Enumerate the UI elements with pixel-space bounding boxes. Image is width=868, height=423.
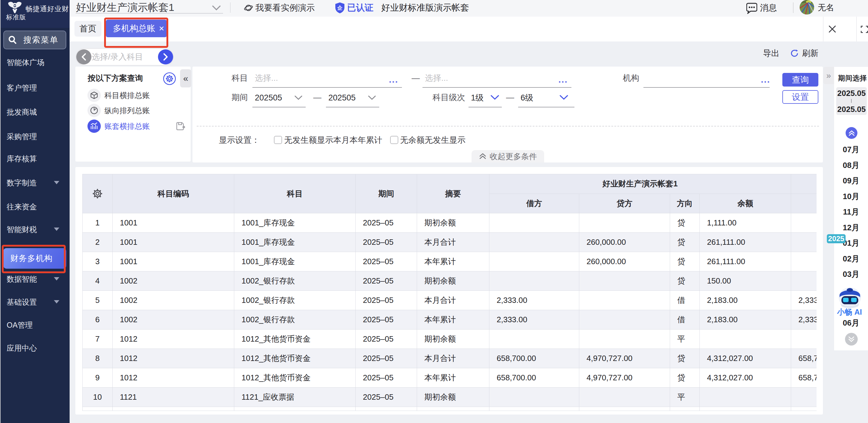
svg-text:企: 企 [337, 5, 343, 11]
